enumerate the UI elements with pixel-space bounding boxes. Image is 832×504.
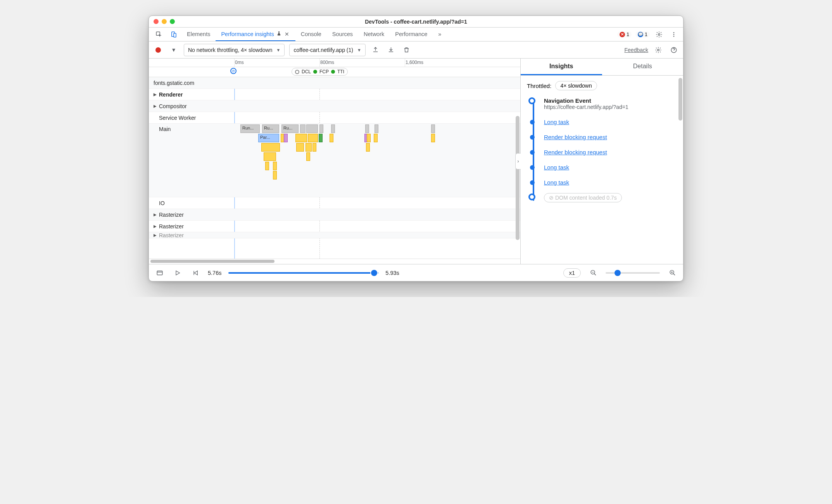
flame-block[interactable] [296,143,304,152]
window-maximize-button[interactable] [170,19,175,24]
throttling-select[interactable]: No network throttling, 4× slowdown ▼ [184,44,285,56]
inspect-element-icon[interactable] [154,29,164,40]
flame-block[interactable] [375,124,378,133]
page-select[interactable]: coffee-cart.netlify.app (1) ▼ [289,44,365,56]
tab-performance[interactable]: Performance [390,28,433,41]
tab-sources[interactable]: Sources [327,28,358,41]
time-ruler[interactable]: 0ms 800ms 1,600ms [149,59,520,67]
tab-console[interactable]: Console [295,28,327,41]
settings-icon[interactable] [654,29,665,40]
disclosure-triangle-icon[interactable]: ▶ [154,224,157,228]
rewind-icon[interactable] [190,268,201,278]
insights-scrollbar[interactable] [678,78,682,121]
tracks-container[interactable]: fonts.gstatic.com ▶Renderer ▶Compositor … [149,77,520,259]
panel-settings-icon[interactable] [653,45,664,55]
flame-block[interactable] [261,143,280,152]
import-icon[interactable] [386,45,397,55]
insight-item[interactable]: Long task [544,179,677,186]
errors-badge[interactable]: ✕ 1 [617,31,632,38]
tab-network[interactable]: Network [358,28,390,41]
flame-block[interactable]: Ru... [281,124,299,133]
record-dropdown[interactable]: ▾ [168,45,179,55]
flame-block[interactable] [300,124,306,133]
flame-block[interactable] [331,124,335,133]
horizontal-scrollbar[interactable] [149,259,520,264]
delete-icon[interactable] [401,45,412,55]
flame-block[interactable]: Par... [258,134,279,142]
flame-block[interactable] [431,124,435,133]
insight-link[interactable]: Long task [544,164,569,171]
tab-details[interactable]: Details [602,59,684,75]
disclosure-triangle-icon[interactable]: ▶ [154,233,157,237]
feedback-link[interactable]: Feedback [625,47,648,53]
flame-block[interactable] [312,143,316,152]
insight-navigation-event[interactable]: Navigation Event https://coffee-cart.net… [544,97,677,110]
timeline-scrollbar[interactable] [516,116,520,240]
navigation-start-marker[interactable] [230,68,236,74]
flame-block[interactable] [295,134,307,142]
insight-link[interactable]: Long task [544,179,569,186]
flame-block[interactable] [366,143,370,152]
flame-block[interactable]: Run... [240,124,260,133]
flame-block[interactable] [273,171,277,180]
track-row-io[interactable]: IO [149,197,520,209]
flame-block[interactable] [365,124,369,133]
disclosure-triangle-icon[interactable]: ▶ [154,212,157,217]
insight-link[interactable]: Render blocking request [544,149,607,155]
insight-item[interactable]: Render blocking request [544,134,677,140]
close-tab-icon[interactable]: ✕ [284,31,290,37]
flame-block[interactable] [330,134,333,142]
flame-block[interactable] [265,162,269,170]
flame-block[interactable] [306,124,318,133]
insight-item[interactable]: Long task [544,119,677,125]
tab-insights[interactable]: Insights [521,59,602,75]
tabs-overflow[interactable]: » [433,28,447,41]
flame-block[interactable] [367,134,371,142]
flame-block[interactable] [284,134,288,142]
flame-block[interactable]: Ru... [262,124,279,133]
timing-markers[interactable]: DCL FCP TTI [292,68,348,76]
collapse-pane-button[interactable]: › [515,153,521,169]
flame-block[interactable] [319,134,323,142]
insight-item[interactable]: Long task [544,164,677,171]
tab-performance-insights[interactable]: Performance insights ✕ [216,28,295,41]
play-icon[interactable] [172,268,183,278]
flame-block[interactable] [306,152,310,161]
flame-block[interactable] [319,124,323,133]
tab-elements[interactable]: Elements [181,28,216,41]
speed-pill[interactable]: x1 [563,268,581,278]
zoom-slider[interactable] [606,272,660,274]
zoom-in-icon[interactable] [667,268,678,278]
flame-block[interactable] [374,134,378,142]
screenshot-toggle-icon[interactable] [154,268,165,278]
track-row-compositor[interactable]: ▶Compositor [149,100,520,112]
device-toolbar-icon[interactable] [168,29,179,40]
track-row-rasterizer-3[interactable]: ▶Rasterizer [149,232,520,238]
messages-badge[interactable]: 💬 1 [635,31,650,38]
flame-block[interactable] [431,134,435,142]
record-button[interactable] [153,45,164,55]
export-icon[interactable] [370,45,381,55]
disclosure-triangle-icon[interactable]: ▶ [154,92,157,97]
flame-block[interactable] [273,162,277,170]
more-menu-icon[interactable] [668,29,679,40]
flame-graph[interactable]: Run... Ru... Ru... Par... [234,124,520,201]
track-row-rasterizer-2[interactable]: ▶Rasterizer [149,221,520,232]
insight-item[interactable]: Render blocking request [544,149,677,155]
track-row-service-worker[interactable]: Service Worker [149,112,520,124]
window-minimize-button[interactable] [162,19,167,24]
playback-slider[interactable] [228,272,378,274]
zoom-out-icon[interactable] [588,268,599,278]
help-icon[interactable] [668,45,679,55]
flame-block[interactable] [306,143,312,152]
track-row-renderer[interactable]: ▶Renderer [149,89,520,100]
insight-link[interactable]: Render blocking request [544,134,607,140]
insight-link[interactable]: Long task [544,119,569,125]
track-row-main[interactable]: Main Run... Ru... Ru... [149,124,520,197]
track-row-fonts[interactable]: fonts.gstatic.com [149,77,520,89]
disclosure-triangle-icon[interactable]: ▶ [154,104,157,108]
flame-block[interactable] [308,134,318,142]
window-close-button[interactable] [154,19,159,24]
flame-block[interactable] [264,152,276,161]
track-row-rasterizer[interactable]: ▶Rasterizer [149,209,520,221]
